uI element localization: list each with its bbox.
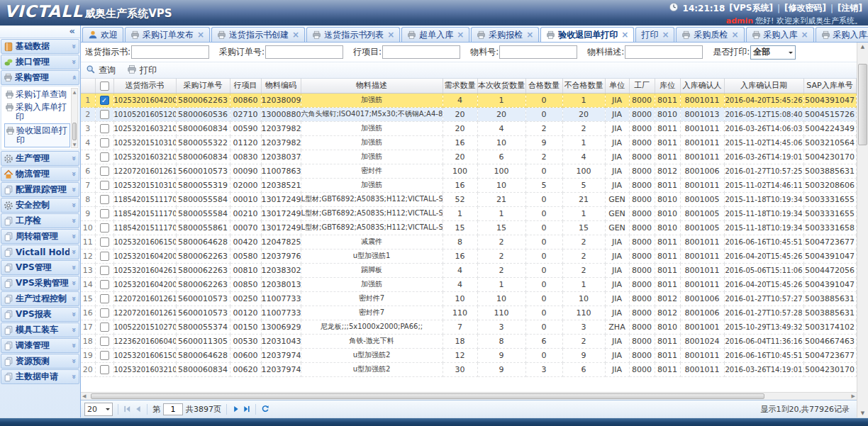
scroll-down-icon[interactable]: ▼ — [857, 410, 868, 416]
row-checkbox[interactable] — [100, 138, 109, 147]
link-vps-system[interactable]: [VPS系统] — [729, 2, 773, 14]
sidebar-collapse-button[interactable]: « — [0, 26, 80, 38]
print-button[interactable]: 打印 — [127, 65, 157, 77]
table-row[interactable]: 2 10105201605120558000605360271013000880… — [81, 107, 856, 121]
table-row[interactable]: 11 1025320160615065800064628004201204782… — [81, 235, 856, 249]
page-input[interactable] — [163, 403, 183, 415]
close-icon[interactable]: × — [731, 31, 738, 38]
table-row[interactable]: 3 10253201603210858000608340059012037982… — [81, 121, 856, 135]
tab-item[interactable]: 采购入库单打印 × — [816, 27, 868, 42]
row-checkbox[interactable] — [100, 167, 109, 176]
sidebar-group[interactable]: VPS报表 » — [1, 307, 79, 322]
row-checkbox[interactable] — [100, 152, 109, 162]
tab-item[interactable]: 采购质检 × — [676, 27, 744, 42]
filter-input[interactable] — [499, 45, 577, 59]
row-checkbox[interactable] — [100, 110, 109, 119]
search-button[interactable]: 查询 — [86, 65, 116, 77]
row-checkbox[interactable] — [100, 337, 109, 346]
column-header[interactable]: 合格数量 — [525, 79, 562, 93]
prev-page-button[interactable] — [134, 405, 142, 413]
close-icon[interactable]: × — [526, 31, 533, 38]
sidebar-group[interactable]: 模具工装车 » — [1, 323, 79, 337]
sidebar-group[interactable]: 配置跟踪管理 » — [1, 182, 79, 197]
row-checkbox[interactable] — [100, 181, 109, 190]
scroll-up-icon[interactable]: ▲ — [857, 44, 868, 50]
close-icon[interactable]: × — [621, 31, 628, 38]
sidebar-group[interactable]: 采购管理 » — [1, 70, 79, 85]
refresh-button[interactable] — [261, 405, 269, 413]
sidebar-group[interactable]: 调漆管理 » — [1, 338, 79, 353]
table-row[interactable]: 19 1025320160615065800064628006001203797… — [81, 348, 856, 362]
sidebar-group[interactable]: 安全控制 » — [1, 198, 79, 213]
link-logout[interactable]: [注销] — [838, 2, 862, 14]
row-checkbox[interactable] — [100, 124, 109, 133]
column-header[interactable]: 工厂 — [629, 79, 655, 93]
row-checkbox[interactable] — [100, 280, 109, 289]
tab-item[interactable]: 超单入库 × — [401, 27, 469, 42]
column-header[interactable]: 物料编码 — [261, 79, 301, 93]
table-row[interactable]: 14 1025320160420075800062263008501203801… — [81, 277, 856, 291]
sidebar-group[interactable]: 基础数据 » — [1, 39, 79, 54]
table-row[interactable]: 17 1005220151027055800055374001501300692… — [81, 320, 856, 334]
first-page-button[interactable] — [123, 405, 131, 413]
column-header[interactable]: 行项目 — [230, 79, 261, 93]
select-all-checkbox[interactable] — [100, 82, 109, 91]
tab-item[interactable]: 采购入库 × — [746, 27, 814, 42]
column-header[interactable]: 不合格数量 — [562, 79, 605, 93]
link-change-password[interactable]: [修改密码] — [784, 2, 826, 14]
filter-input[interactable] — [625, 45, 703, 59]
close-icon[interactable]: × — [197, 31, 204, 38]
row-checkbox[interactable] — [100, 323, 109, 332]
filter-input[interactable] — [382, 45, 460, 59]
scroll-down-icon[interactable]: ▼ — [72, 142, 77, 147]
sidebar-item[interactable]: 采购入库单打印 — [4, 101, 70, 123]
column-header[interactable]: 送货指示书 — [113, 79, 176, 93]
column-header[interactable]: 库位 — [655, 79, 680, 93]
row-checkbox[interactable] — [100, 308, 109, 318]
column-header[interactable]: 本次收货数量 — [477, 79, 525, 93]
tab-item[interactable]: 采购订单发布 × — [125, 27, 210, 42]
table-row[interactable]: 4 10253201510310258000553220112012037982… — [81, 135, 856, 150]
scroll-right-icon[interactable]: ▶ — [852, 393, 855, 399]
column-header[interactable]: SAP入库单号 — [803, 79, 856, 93]
table-row[interactable]: 8 11854201511170158000555840001013017249… — [81, 192, 856, 206]
sidebar-item[interactable]: 验收退回单打印 — [4, 123, 70, 147]
table-row[interactable]: 5 10253201603210858000608340083012038037… — [81, 150, 856, 164]
table-row[interactable]: 15 1220720160126195600010573002501100773… — [81, 291, 856, 306]
row-checkbox[interactable] — [100, 195, 109, 204]
table-row[interactable]: 1 ✓1025320160420075800062263008601203800… — [81, 93, 856, 107]
filter-input[interactable] — [265, 45, 343, 59]
next-page-button[interactable] — [232, 405, 240, 413]
table-row[interactable]: 13 1025320160426165800062263008101203830… — [81, 263, 856, 277]
row-checkbox[interactable] — [100, 252, 109, 261]
tab-active[interactable]: 验收退回单打印 × — [540, 27, 634, 43]
select-all-header[interactable] — [95, 79, 113, 93]
filter-input[interactable] — [131, 45, 209, 59]
sidebar-group[interactable]: 周转箱管理 » — [1, 229, 79, 244]
close-icon[interactable]: × — [457, 31, 464, 38]
row-checkbox[interactable] — [100, 266, 109, 275]
vertical-scrollbar[interactable]: ▲ ▼ — [857, 43, 868, 417]
tab-item[interactable]: 送货指示书列表 × — [306, 27, 400, 42]
sidebar-item[interactable]: 采购订单查询 — [4, 88, 70, 101]
sidebar-group[interactable]: 资源预测 » — [1, 354, 79, 369]
scroll-left-icon[interactable]: ◀ — [82, 393, 86, 399]
scroll-thumb[interactable] — [72, 123, 77, 140]
table-row[interactable]: 18 1223620160604075600011305005301203104… — [81, 334, 856, 348]
table-row[interactable]: 16 1220720160126195600010573001201100773… — [81, 306, 856, 320]
row-checkbox[interactable] — [100, 237, 109, 247]
close-icon[interactable]: × — [801, 31, 808, 38]
print-filter-select[interactable]: 全部 — [750, 45, 796, 60]
column-header[interactable]: 入库确认人 — [680, 79, 724, 93]
tab-item[interactable]: 送货指示书创建 × — [211, 27, 305, 42]
column-header[interactable]: 采购订单号 — [176, 79, 230, 93]
last-page-button[interactable] — [243, 405, 250, 413]
column-header[interactable]: 需求数量 — [443, 79, 477, 93]
column-header[interactable]: 单位 — [605, 79, 629, 93]
sidebar-group[interactable]: Victall Holding » — [1, 245, 79, 259]
row-checkbox[interactable]: ✓ — [100, 96, 109, 105]
row-checkbox[interactable] — [100, 223, 109, 232]
sidebar-group[interactable]: 接口管理 » — [1, 55, 79, 69]
row-checkbox[interactable] — [100, 294, 109, 303]
close-icon[interactable]: × — [292, 31, 299, 38]
